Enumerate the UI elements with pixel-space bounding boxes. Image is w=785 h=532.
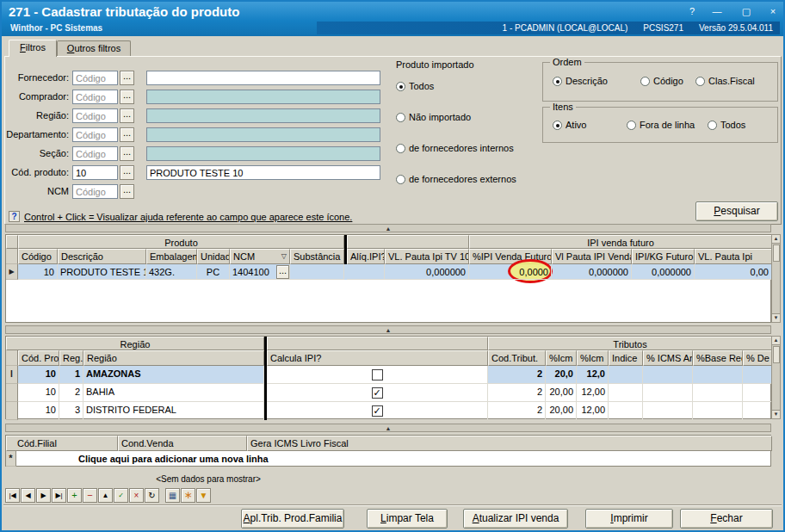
grid3-col-cond-venda[interactable]: Cond.Venda (118, 436, 247, 451)
departamento-code-input[interactable] (72, 127, 118, 142)
tab-filtros[interactable]: Filtros (9, 40, 57, 57)
grid2-col-reg[interactable]: Reg. (59, 350, 83, 366)
maximize-icon[interactable]: ▢ (739, 5, 754, 17)
close-icon[interactable]: × (765, 5, 781, 17)
atualizar-ipi-venda-button[interactable]: Atualizar IPI venda (463, 509, 568, 529)
grid2-cell[interactable]: 2 (59, 384, 83, 402)
grid2-cell[interactable]: 2 (488, 384, 546, 402)
fornecedor-code-input[interactable] (72, 71, 118, 85)
grid-view-icon[interactable]: ▦ (165, 488, 180, 503)
grid1-cell[interactable] (290, 264, 344, 280)
grid1-col-embalagem[interactable]: Embalagem (146, 249, 197, 264)
radio-fornecedores-internos[interactable]: de fornecedores internos (396, 143, 514, 153)
grid2-col-cod-tribut[interactable]: Cod.Tribut. (488, 350, 546, 366)
imprimir-button[interactable]: Imprimir (585, 509, 673, 529)
grid2-cell[interactable] (609, 384, 643, 402)
grid2-col-indice[interactable]: Indice (609, 350, 643, 366)
apl-trib-prod-familia-button[interactable]: Apl.Trib. Prod.Familia (241, 509, 344, 529)
nav-delete-button[interactable]: − (83, 488, 97, 503)
scroll-down-icon[interactable]: ▼ (772, 313, 780, 322)
grid2-cell[interactable] (643, 402, 693, 420)
radio-ordem-descricao[interactable]: Descrição (553, 76, 608, 86)
radio-itens-todos[interactable]: Todos (708, 120, 745, 130)
grid2-cell[interactable]: AMAZONAS (83, 366, 264, 384)
grid1-cell[interactable] (347, 264, 385, 280)
grid2-cell[interactable] (693, 402, 743, 420)
grid1-col-ipi-kg-futuro[interactable]: IPI/KG Futuro (632, 249, 695, 264)
grid1-col-codigo[interactable]: Código (18, 249, 58, 264)
grid2-col-icms-ant[interactable]: % ICMS Ant (643, 350, 693, 366)
grid1-col-vl-pauta-ipi2[interactable]: VL. Pauta Ipi (695, 249, 772, 264)
grid2-cell[interactable] (643, 366, 693, 384)
grid2-cell[interactable] (743, 402, 772, 420)
radio-todos-importado[interactable]: Todos (396, 81, 434, 91)
checkbox-icon[interactable]: ✓ (372, 387, 383, 399)
scroll-down-icon[interactable]: ▼ (772, 410, 780, 418)
grid2-cell[interactable] (693, 384, 743, 402)
help-icon[interactable]: ? (684, 5, 700, 17)
secao-code-input[interactable] (72, 146, 118, 161)
nav-next-button[interactable]: ▶ (36, 488, 51, 503)
grid1-col-vl-pauta-ipi-venda-futuro[interactable]: Vl Pauta IPI Venda Futuro (552, 249, 632, 264)
grid1-col-aliq-ipi[interactable]: Alíq.IPI? (347, 249, 385, 264)
radio-itens-fora-de-linha[interactable]: Fora de linha (627, 120, 695, 130)
nav-cancel-button[interactable]: × (129, 488, 144, 503)
nav-prior-button[interactable]: ◀ (21, 488, 35, 503)
grid2-cell[interactable]: 10 (18, 384, 59, 402)
grid1-cell[interactable]: 10 (18, 264, 58, 280)
regiao-lookup-button[interactable]: ... (120, 108, 134, 123)
add-new-row-link[interactable]: Clique aqui para adicionar uma nova linh… (78, 454, 269, 464)
nav-edit-button[interactable]: ▲ (98, 488, 113, 503)
cod-produto-lookup-button[interactable]: ... (120, 165, 134, 180)
grid2-col-calcula-ipi[interactable]: Calcula IPI? (267, 350, 488, 366)
grid2-cell[interactable] (743, 366, 772, 384)
grid3-col-cod-filial[interactable]: Cód.Filial (6, 436, 118, 451)
scrollbar-thumb[interactable] (773, 346, 780, 363)
scroll-up-icon[interactable]: ▲ (772, 235, 780, 244)
radio-itens-ativo[interactable]: Ativo (553, 120, 586, 130)
grid2-calcula-ipi-cell[interactable]: ✓ (267, 402, 488, 420)
horizontal-scrollbar[interactable]: ▲ (5, 325, 771, 334)
grid2-cell[interactable] (609, 402, 643, 420)
nav-post-button[interactable]: ✓ (114, 488, 128, 503)
ncm-cell-lookup-button[interactable]: ... (276, 265, 289, 279)
cod-produto-code-input[interactable] (72, 165, 118, 180)
grid1-cell[interactable]: 432G. (146, 264, 197, 280)
grid2-cell[interactable]: 12,00 (577, 384, 609, 402)
regiao-code-input[interactable] (72, 108, 118, 123)
grid2-vertical-scrollbar[interactable]: ▲ ▼ (771, 336, 781, 419)
radio-ordem-codigo[interactable]: Código (640, 76, 683, 86)
limpar-tela-button[interactable]: Limpar Tela (367, 509, 448, 529)
ncm-lookup-button[interactable]: ... (120, 184, 134, 199)
ncm-filter-icon[interactable]: ▽ (281, 252, 287, 260)
fornecedor-lookup-button[interactable]: ... (120, 71, 134, 85)
grid2-col-base-red[interactable]: %Base Red. (693, 350, 743, 366)
grid2-cell[interactable] (743, 384, 772, 402)
grid1-cell[interactable]: 0,00 (695, 264, 772, 280)
filter-funnel-icon[interactable]: ▼ (196, 488, 211, 503)
grid1-cell[interactable]: PC (197, 264, 230, 280)
grid2-cell[interactable] (609, 366, 643, 384)
grid1-col-unidade[interactable]: Unidade (197, 249, 230, 264)
grid1-vertical-scrollbar[interactable]: ▲ ▼ (771, 234, 781, 323)
grid2-col-de[interactable]: % De (743, 350, 772, 366)
grid3-col-gera-icms[interactable]: Gera ICMS Livro Fiscal (247, 436, 772, 451)
nav-insert-button[interactable]: + (67, 488, 82, 503)
grid1-col-ncm[interactable]: ▽NCM (230, 249, 290, 264)
grid2-cell[interactable]: 3 (59, 402, 83, 420)
grid2-cell[interactable]: 1 (59, 366, 83, 384)
grid2-cell[interactable]: DISTRITO FEDERAL (83, 402, 264, 420)
checkbox-icon[interactable]: ✓ (372, 405, 383, 417)
grid1-col-substancia[interactable]: Substância (290, 249, 344, 264)
grid2-cell[interactable]: 10 (18, 366, 59, 384)
pesquisar-button[interactable]: Pesquisar (695, 201, 778, 221)
grid2-cell[interactable] (693, 366, 743, 384)
grid2-cell[interactable]: 2 (488, 366, 546, 384)
produto-name-field[interactable] (146, 165, 380, 180)
horizontal-scrollbar[interactable]: ▲ (5, 224, 771, 232)
grid2-col-icm1[interactable]: %Icm (546, 350, 577, 366)
grid1-cell[interactable]: 0,000000 (632, 264, 695, 280)
grid2-cell[interactable]: BAHIA (83, 384, 264, 402)
grid2-cell[interactable]: 12,00 (577, 402, 609, 420)
grid2-col-regiao[interactable]: Região (83, 350, 264, 366)
